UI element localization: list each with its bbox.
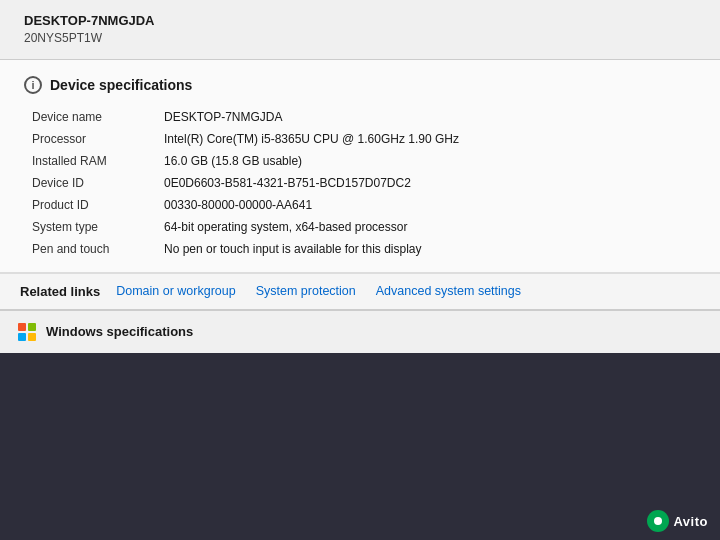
spec-value-5: 64-bit operating system, x64-based proce…: [164, 218, 700, 236]
screen-wrapper: DESKTOP-7NMGJDA 20NYS5PT1W i Device spec…: [0, 0, 720, 540]
system-protection-link[interactable]: System protection: [256, 284, 356, 298]
section-title: Device specifications: [50, 77, 192, 93]
avito-logo-icon: [647, 510, 669, 532]
info-icon: i: [24, 76, 42, 94]
spec-value-1: Intel(R) Core(TM) i5-8365U CPU @ 1.60GHz…: [164, 130, 700, 148]
spec-label-4: Product ID: [32, 196, 152, 214]
specs-table: Device nameDESKTOP-7NMGJDAProcessorIntel…: [24, 108, 700, 258]
spec-value-4: 00330-80000-00000-AA641: [164, 196, 700, 214]
win-pane-blue: [18, 333, 26, 341]
device-specs-section: i Device specifications Device nameDESKT…: [0, 60, 720, 273]
section-header: i Device specifications: [24, 76, 700, 94]
win-pane-red: [18, 323, 26, 331]
related-links-label: Related links: [20, 284, 100, 299]
related-links-bar: Related links Domain or workgroup System…: [0, 273, 720, 310]
win-pane-green: [28, 323, 36, 331]
spec-value-6: No pen or touch input is available for t…: [164, 240, 700, 258]
spec-label-5: System type: [32, 218, 152, 236]
domain-workgroup-link[interactable]: Domain or workgroup: [116, 284, 236, 298]
spec-value-0: DESKTOP-7NMGJDA: [164, 108, 700, 126]
avito-label: Avito: [673, 514, 708, 529]
windows-logo-icon: [18, 323, 36, 341]
spec-label-6: Pen and touch: [32, 240, 152, 258]
avito-badge: Avito: [647, 510, 708, 532]
spec-label-2: Installed RAM: [32, 152, 152, 170]
win-pane-yellow: [28, 333, 36, 341]
advanced-system-settings-link[interactable]: Advanced system settings: [376, 284, 521, 298]
computer-model: 20NYS5PT1W: [24, 30, 700, 47]
spec-label-3: Device ID: [32, 174, 152, 192]
spec-label-0: Device name: [32, 108, 152, 126]
windows-specs-bar: Windows specifications: [0, 310, 720, 353]
spec-value-2: 16.0 GB (15.8 GB usable): [164, 152, 700, 170]
windows-spec-title: Windows specifications: [46, 324, 193, 339]
spec-label-1: Processor: [32, 130, 152, 148]
computer-name: DESKTOP-7NMGJDA: [24, 12, 700, 30]
top-bar: DESKTOP-7NMGJDA 20NYS5PT1W: [0, 0, 720, 60]
spec-value-3: 0E0D6603-B581-4321-B751-BCD157D07DC2: [164, 174, 700, 192]
